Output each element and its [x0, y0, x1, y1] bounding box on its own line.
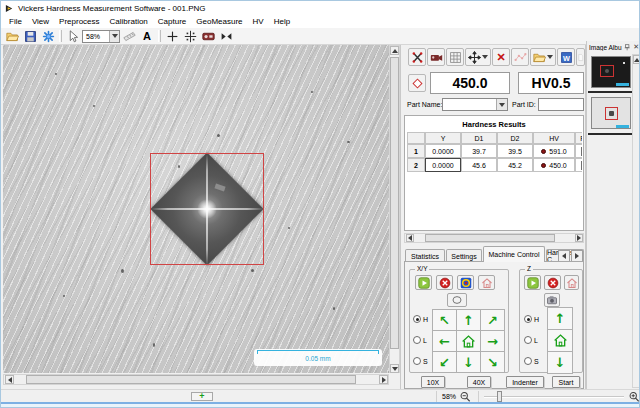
xy-ellipse-button[interactable]: [447, 293, 467, 307]
cell-hv[interactable]: 450.0: [533, 158, 575, 172]
scrollbar-thumb[interactable]: [26, 375, 356, 384]
pin-icon[interactable]: [624, 44, 631, 51]
open-file-button[interactable]: [4, 29, 20, 44]
cell-y[interactable]: 0.0000: [425, 144, 461, 158]
scrollbar-thumb[interactable]: [390, 57, 399, 349]
column-header-y[interactable]: Y: [425, 132, 461, 144]
viewer-horizontal-scrollbar[interactable]: [3, 374, 389, 385]
zoom-slider-track[interactable]: [484, 396, 624, 398]
rp-checkbox[interactable]: ✓: [581, 161, 583, 170]
zoom-dropdown-button[interactable]: [109, 31, 119, 42]
part-name-combobox[interactable]: [442, 98, 508, 111]
scroll-up-button[interactable]: [633, 55, 640, 64]
menu-capture[interactable]: Capture: [153, 17, 191, 26]
zoom-in-icon[interactable]: [628, 391, 640, 402]
z-home-jog-button[interactable]: [548, 330, 572, 351]
z-camera-button[interactable]: [544, 293, 560, 307]
panel-splitter[interactable]: [400, 45, 401, 389]
new-document-button[interactable]: [576, 48, 585, 66]
part-name-dropdown-button[interactable]: [496, 99, 507, 110]
start-button[interactable]: Start: [552, 376, 580, 388]
column-header-rp[interactable]: RP: [575, 132, 582, 144]
column-header-d1[interactable]: D1: [461, 132, 497, 144]
z-home-button[interactable]: [564, 275, 579, 290]
scroll-left-button[interactable]: [406, 234, 414, 242]
album-scrollbar[interactable]: [632, 54, 640, 388]
scroll-right-button[interactable]: [379, 375, 388, 384]
column-header-hv[interactable]: HV: [533, 132, 575, 144]
album-thumbnail-dark[interactable]: [591, 56, 631, 88]
word-report-button[interactable]: W: [557, 48, 575, 66]
menu-view[interactable]: View: [27, 17, 54, 26]
cell-rp[interactable]: ✓: [575, 158, 582, 172]
cell-y[interactable]: 0.0000: [425, 158, 461, 172]
text-tool-button[interactable]: A: [139, 29, 155, 44]
stage-move-button[interactable]: [465, 48, 491, 66]
z-speed-high-radio[interactable]: H: [524, 315, 539, 323]
cell-d2[interactable]: 39.5: [497, 144, 533, 158]
cell-hv[interactable]: 591.0: [533, 144, 575, 158]
cell-d2[interactable]: 45.2: [497, 158, 533, 172]
zoom-slider-thumb[interactable]: [497, 391, 502, 402]
scroll-down-button[interactable]: [390, 364, 399, 373]
jog-right-button[interactable]: →: [481, 331, 504, 351]
close-icon[interactable]: ✕: [633, 43, 639, 51]
indent-mark-button[interactable]: [408, 74, 426, 92]
splitter-expand-button[interactable]: +: [191, 392, 213, 401]
table-row[interactable]: 2 0.0000 45.6 45.2 450.0 ✓: [407, 158, 582, 172]
open-result-button[interactable]: [530, 48, 556, 66]
scroll-up-button[interactable]: [390, 46, 399, 55]
chart-button[interactable]: [511, 48, 529, 66]
menu-preprocess[interactable]: Preprocess: [54, 17, 104, 26]
jog-left-button[interactable]: ←: [433, 331, 456, 351]
grid-overlay-button[interactable]: [446, 48, 464, 66]
objective-10x-button[interactable]: 10X: [421, 376, 445, 388]
zoom-combobox[interactable]: 58%: [82, 30, 120, 43]
xy-run-button[interactable]: [415, 275, 432, 290]
crosshair-tool-button[interactable]: [164, 29, 180, 44]
menu-hv[interactable]: HV: [248, 17, 269, 26]
settings-button[interactable]: [40, 29, 56, 44]
measurement-box[interactable]: [150, 153, 264, 265]
objective-40x-button[interactable]: 40X: [467, 376, 491, 388]
viewer-vertical-scrollbar[interactable]: [389, 45, 400, 373]
album-thumbnail-light[interactable]: [591, 97, 631, 129]
xy-speed-low-radio[interactable]: L: [413, 336, 427, 344]
jog-down-button[interactable]: ↓: [457, 352, 480, 372]
z-stop-button[interactable]: [544, 275, 561, 290]
z-run-button[interactable]: [524, 275, 541, 290]
tab-machine-control[interactable]: Machine Control: [483, 246, 545, 262]
center-mark-button[interactable]: [182, 29, 198, 44]
menu-file[interactable]: File: [4, 17, 27, 26]
z-speed-step-radio[interactable]: S: [524, 357, 539, 365]
table-row[interactable]: 1 0.0000 39.7 39.5 591.0 ✓: [407, 144, 582, 158]
scroll-left-button[interactable]: [5, 375, 14, 384]
menu-calibration[interactable]: Calibration: [105, 17, 153, 26]
xy-home-button[interactable]: [478, 275, 495, 290]
delete-result-button[interactable]: ✕: [492, 48, 510, 66]
save-button[interactable]: [22, 29, 38, 44]
cell-rp[interactable]: ✓: [575, 144, 582, 158]
z-speed-low-radio[interactable]: L: [524, 336, 538, 344]
jog-down-left-button[interactable]: ↙: [433, 352, 456, 372]
column-header-d2[interactable]: D2: [497, 132, 533, 144]
scrollbar-thumb[interactable]: [425, 234, 555, 242]
part-id-input[interactable]: [538, 98, 584, 111]
zoom-out-icon[interactable]: [459, 391, 471, 402]
xy-stop-button[interactable]: [436, 275, 453, 290]
select-tool-button[interactable]: [65, 29, 81, 44]
jog-home-button[interactable]: [457, 331, 480, 351]
menu-help[interactable]: Help: [269, 17, 295, 26]
jog-up-button[interactable]: ↑: [457, 310, 480, 330]
xy-speed-step-radio[interactable]: S: [413, 357, 428, 365]
xy-target-button[interactable]: [457, 275, 474, 290]
live-video-button[interactable]: [427, 48, 445, 66]
rp-checkbox[interactable]: ✓: [581, 147, 583, 156]
camera-capture-button[interactable]: [200, 29, 216, 44]
z-up-button[interactable]: ↑: [548, 308, 572, 329]
jog-up-right-button[interactable]: ↗: [481, 310, 504, 330]
cell-d1[interactable]: 45.6: [461, 158, 497, 172]
cell-d1[interactable]: 39.7: [461, 144, 497, 158]
indenter-shape-button[interactable]: [408, 48, 426, 66]
indenter-button[interactable]: Indenter: [506, 376, 544, 388]
